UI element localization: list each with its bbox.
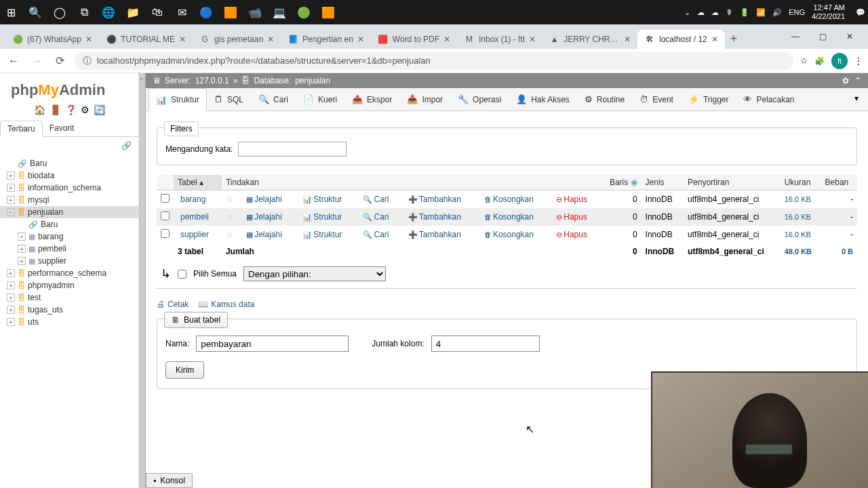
col-engine[interactable]: Jenis bbox=[642, 175, 684, 190]
browser-tab[interactable]: 🛠 localhost / 12 ✕ bbox=[637, 30, 725, 49]
tree-db-current[interactable]: −🗄 penjualan bbox=[0, 206, 138, 218]
insert-link[interactable]: ➕Tambahkan bbox=[406, 195, 464, 204]
toptab-kueri[interactable]: 📄Kueri bbox=[296, 88, 344, 110]
structure-link[interactable]: 📊Struktur bbox=[300, 212, 344, 222]
drop-link[interactable]: ⊖Hapus bbox=[553, 230, 590, 239]
edge-icon[interactable]: 🌐 bbox=[100, 4, 117, 20]
empty-link[interactable]: 🗑Kosongkan bbox=[481, 195, 536, 204]
empty-link[interactable]: 🗑Kosongkan bbox=[481, 212, 536, 222]
tab-close-icon[interactable]: ✕ bbox=[85, 35, 92, 44]
browser-tab[interactable]: G gis pemetaan ✕ bbox=[193, 30, 281, 49]
table-columns-input[interactable] bbox=[431, 336, 540, 352]
col-collation[interactable]: Penyortiran bbox=[684, 175, 781, 190]
data-dictionary-link[interactable]: 📖Kamus data bbox=[198, 300, 254, 309]
toptab-operasi[interactable]: 🔧Operasi bbox=[450, 88, 509, 110]
store-icon[interactable]: 🛍 bbox=[149, 4, 165, 20]
settings-icon[interactable]: ⚙ bbox=[81, 104, 90, 115]
tree-db[interactable]: +🗄 test bbox=[0, 291, 138, 304]
qgis-icon[interactable]: 🟢 bbox=[296, 4, 312, 20]
sidebar-tab-recent[interactable]: Terbaru bbox=[0, 121, 43, 137]
reload-nav-icon[interactable]: 🔄 bbox=[94, 104, 105, 115]
print-link[interactable]: 🖨Cetak bbox=[157, 300, 189, 309]
select-all-checkbox[interactable] bbox=[178, 270, 186, 279]
tree-new[interactable]: 🔗 Baru bbox=[0, 157, 138, 169]
tray-lang[interactable]: ENG bbox=[789, 8, 805, 16]
browser-tab[interactable]: ▲ JERRY CHRIST ✕ bbox=[542, 30, 637, 49]
row-checkbox[interactable] bbox=[161, 229, 170, 238]
toptab-ekspor[interactable]: 📤Ekspor bbox=[344, 88, 399, 110]
expand-icon[interactable]: + bbox=[18, 232, 26, 241]
tray-chevron-icon[interactable]: ⌄ bbox=[684, 8, 690, 17]
tree-db[interactable]: +🗄 information_schema bbox=[0, 182, 138, 194]
insert-link[interactable]: ➕Tambahkan bbox=[406, 212, 464, 222]
toptab-pelacakan[interactable]: 👁Pelacakan bbox=[736, 88, 802, 110]
expand-icon[interactable]: + bbox=[7, 171, 15, 180]
drop-link[interactable]: ⊖Hapus bbox=[553, 195, 590, 204]
tree-new-table[interactable]: 🔗 Baru bbox=[0, 218, 138, 230]
explorer-icon[interactable]: 📁 bbox=[125, 4, 141, 20]
mail-icon[interactable]: ✉ bbox=[174, 4, 190, 20]
forward-button[interactable]: → bbox=[28, 53, 45, 69]
tray-volume-icon[interactable]: 🔊 bbox=[772, 8, 782, 17]
tree-table[interactable]: +▦ pembeli bbox=[0, 243, 138, 255]
toptab-more[interactable]: ▾ bbox=[848, 88, 865, 110]
filter-input[interactable] bbox=[238, 142, 347, 157]
toptab-impor[interactable]: 📥Impor bbox=[399, 88, 450, 110]
table-name-input[interactable] bbox=[196, 336, 349, 352]
window-close-button[interactable]: ✕ bbox=[837, 28, 863, 45]
tab-close-icon[interactable]: ✕ bbox=[357, 35, 364, 44]
tab-close-icon[interactable]: ✕ bbox=[443, 35, 450, 44]
back-button[interactable]: ← bbox=[5, 53, 22, 69]
toptab-routine[interactable]: ⚙Routine bbox=[577, 88, 632, 110]
app1-icon[interactable]: 🟧 bbox=[222, 4, 239, 20]
browser-tab[interactable]: 🟥 Word to PDF ✕ bbox=[371, 30, 457, 49]
table-name-link[interactable]: supplier bbox=[178, 230, 212, 239]
favorite-icon[interactable]: ☆ bbox=[226, 195, 233, 204]
tree-db[interactable]: +🗄 mysql bbox=[0, 194, 138, 206]
tray-notifications-icon[interactable]: 💬 bbox=[856, 8, 865, 17]
bulk-action-select[interactable]: Dengan pilihan: bbox=[243, 266, 386, 281]
breadcrumb-db[interactable]: penjualan bbox=[295, 76, 330, 85]
browser-tab[interactable]: 🟢 (67) WhatsApp ✕ bbox=[5, 30, 99, 49]
drop-link[interactable]: ⊖Hapus bbox=[553, 212, 590, 222]
toptab-struktur[interactable]: 📊Struktur bbox=[149, 88, 207, 111]
row-checkbox[interactable] bbox=[161, 211, 170, 220]
tab-close-icon[interactable]: ✕ bbox=[529, 35, 536, 44]
toptab-sql[interactable]: 🗒SQL bbox=[207, 88, 251, 110]
table-name-link[interactable]: pembeli bbox=[178, 212, 212, 222]
tray-onedrive-icon[interactable]: ☁ bbox=[697, 8, 705, 17]
bookmark-icon[interactable]: ☆ bbox=[800, 56, 808, 66]
info-icon[interactable]: ◉ bbox=[631, 178, 637, 187]
tab-close-icon[interactable]: ✕ bbox=[179, 35, 186, 44]
insert-link[interactable]: ➕Tambahkan bbox=[406, 230, 464, 239]
structure-link[interactable]: 📊Struktur bbox=[300, 195, 344, 204]
tree-db[interactable]: +🗄 tugas_uts bbox=[0, 304, 138, 316]
zoom-icon[interactable]: 📹 bbox=[247, 4, 263, 20]
tab-close-icon[interactable]: ✕ bbox=[624, 35, 631, 44]
site-info-icon[interactable]: ⓘ bbox=[83, 55, 92, 67]
browse-link[interactable]: ▦Jelajahi bbox=[243, 212, 285, 222]
page-collapse-icon[interactable]: ⌃ bbox=[854, 76, 861, 85]
tree-db[interactable]: +🗄 uts bbox=[0, 316, 138, 328]
window-minimize-button[interactable]: — bbox=[783, 28, 808, 45]
favorite-icon[interactable]: ☆ bbox=[226, 212, 233, 222]
console-toggle[interactable]: ▪ Konsol bbox=[146, 473, 193, 488]
submit-button[interactable]: Kirim bbox=[165, 361, 204, 379]
home-icon[interactable]: 🏠 bbox=[34, 104, 45, 115]
breadcrumb-server[interactable]: 127.0.0.1 bbox=[195, 76, 229, 85]
search-link[interactable]: 🔍Cari bbox=[360, 212, 391, 222]
tree-db[interactable]: +🗄 biodata bbox=[0, 169, 138, 182]
extensions-icon[interactable]: 🧩 bbox=[814, 56, 825, 66]
expand-icon[interactable]: + bbox=[7, 293, 15, 302]
tray-wifi-icon[interactable]: 📶 bbox=[756, 8, 766, 17]
tray-clock[interactable]: 12:47 AM 4/22/2021 bbox=[812, 3, 849, 21]
taskview-icon[interactable]: ⧉ bbox=[76, 4, 92, 20]
app2-icon[interactable]: 💻 bbox=[271, 4, 288, 20]
search-link[interactable]: 🔍Cari bbox=[360, 230, 391, 239]
toptab-event[interactable]: ⏱Event bbox=[632, 88, 681, 110]
tray-mic-icon[interactable]: 🎙 bbox=[726, 8, 733, 16]
sidebar-collapse-button[interactable]: ← bbox=[139, 73, 146, 488]
expand-icon[interactable]: + bbox=[7, 318, 15, 326]
url-input[interactable]: ⓘ localhost/phpmyadmin/index.php?route=/… bbox=[75, 52, 793, 70]
browser-tab[interactable]: M Inbox (1) - ftt ✕ bbox=[457, 30, 542, 49]
